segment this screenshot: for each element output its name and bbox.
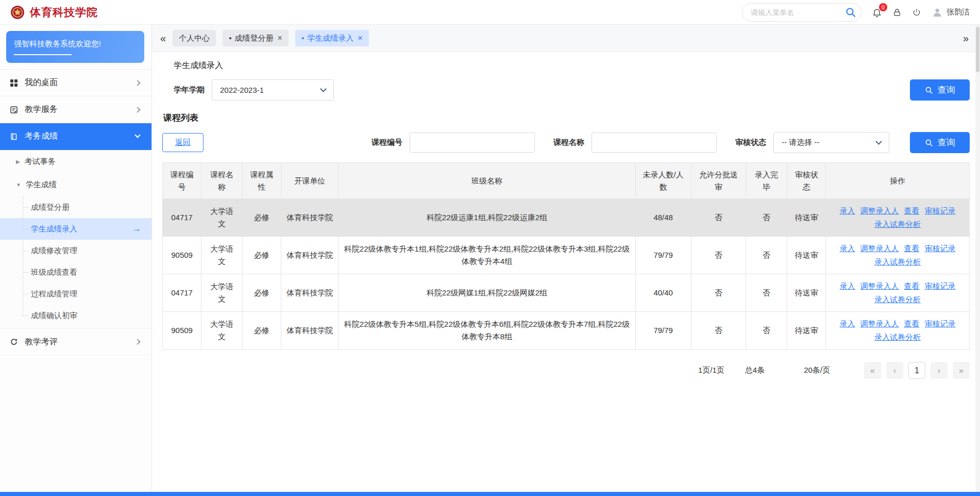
submenu-item-student-grades[interactable]: ▼ 学生成绩 xyxy=(0,173,151,196)
table-row[interactable]: 90509 大学语文 必修 体育科技学院 科院22级体教专升本5组,科院22级体… xyxy=(163,312,970,350)
tab-label: 个人中心 xyxy=(179,34,210,43)
sidebar-item-teaching-service[interactable]: 教学服务 xyxy=(0,96,151,123)
sidebar: 强智科技教务系统欢迎您! 我的桌面 教学服务 xyxy=(0,25,152,492)
course-id-input[interactable] xyxy=(410,133,535,153)
cell-attribute: 必修 xyxy=(243,237,281,274)
triangle-right-icon: ▶ xyxy=(16,159,20,164)
op-entry-link[interactable]: 录入 xyxy=(840,206,855,215)
op-audit-record-link[interactable]: 审核记录 xyxy=(925,282,956,290)
submenu-item-exam-affairs[interactable]: ▶ 考试事务 xyxy=(0,150,151,173)
query-button-secondary[interactable]: 查询 xyxy=(910,132,970,153)
cell-attribute: 必修 xyxy=(243,199,281,237)
course-table: 课程编号 课程名称 课程属性 开课单位 班级名称 未录人数/人数 允许分批送审 … xyxy=(162,162,970,350)
tabs-collapse-icon[interactable]: « xyxy=(160,32,166,44)
next-page-button[interactable]: › xyxy=(931,362,948,379)
current-page-button[interactable]: 1 xyxy=(908,362,925,379)
op-adjust-recorder-link[interactable]: 调整录入人 xyxy=(860,319,899,328)
cell-classes: 科院22级体教专升本5组,科院22级体教专升本6组,科院22级体教专升本7组,科… xyxy=(339,312,635,350)
header-actions: 0 张韵洁 xyxy=(742,3,970,22)
op-adjust-recorder-link[interactable]: 调整录入人 xyxy=(860,206,899,215)
term-select[interactable]: 2022-2023-1 xyxy=(212,79,334,101)
course-filter-toolbar: 返回 课程编号 课程名称 审核状态 -- 请选择 -- xyxy=(162,132,970,153)
op-exam-analysis-link[interactable]: 录入试卷分析 xyxy=(874,295,921,304)
subsub-item-label: 成绩确认初审 xyxy=(31,311,77,321)
subsub-item-label: 过程成绩管理 xyxy=(31,289,77,299)
op-view-link[interactable]: 查看 xyxy=(904,206,920,215)
cell-classes: 科院22级网媒1组,科院22级网媒2组 xyxy=(339,274,635,312)
search-icon[interactable] xyxy=(846,7,856,18)
op-view-link[interactable]: 查看 xyxy=(904,244,920,253)
op-adjust-recorder-link[interactable]: 调整录入人 xyxy=(860,244,899,253)
prev-page-button[interactable]: ‹ xyxy=(886,362,903,379)
total-count: 总4条 xyxy=(745,366,765,375)
chevron-right-icon xyxy=(134,339,140,345)
first-page-button[interactable]: « xyxy=(864,362,881,379)
power-icon[interactable] xyxy=(912,8,921,17)
tab-close-icon[interactable]: × xyxy=(358,34,362,43)
sidebar-menu: 我的桌面 教学服务 考务成绩 xyxy=(0,69,151,355)
notification-badge: 0 xyxy=(879,3,887,11)
op-view-link[interactable]: 查看 xyxy=(904,319,920,328)
sidebar-item-teaching-evaluation[interactable]: 教学考评 xyxy=(0,328,151,355)
op-view-link[interactable]: 查看 xyxy=(904,282,920,290)
submenu-item-label: 学生成绩 xyxy=(26,180,57,190)
back-button[interactable]: 返回 xyxy=(162,133,204,152)
sidebar-item-my-desktop[interactable]: 我的桌面 xyxy=(0,70,151,96)
tab-personal-center[interactable]: 个人中心 xyxy=(173,30,216,46)
lock-icon[interactable] xyxy=(892,8,902,17)
search-icon xyxy=(925,86,933,94)
sidebar-item-student-grade-entry[interactable]: 学生成绩录入 → xyxy=(0,218,151,240)
op-audit-record-link[interactable]: 审核记录 xyxy=(925,319,956,328)
tab-student-grade-entry[interactable]: ● 学生成绩录入 × xyxy=(295,30,369,46)
op-exam-analysis-link[interactable]: 录入试卷分析 xyxy=(874,333,921,341)
course-name-input[interactable] xyxy=(592,133,717,153)
sidebar-item-grade-confirm[interactable]: 成绩确认初审 xyxy=(0,305,151,326)
student-grades-children: 成绩登分册 学生成绩录入 → 成绩修改管理 xyxy=(0,196,151,328)
main-layout: 强智科技教务系统欢迎您! 我的桌面 教学服务 xyxy=(0,25,980,492)
course-id-label: 课程编号 xyxy=(371,138,402,147)
sidebar-item-grade-register-book[interactable]: 成绩登分册 xyxy=(0,196,151,218)
sidebar-item-grade-modify[interactable]: 成绩修改管理 xyxy=(0,240,151,261)
page-content: 学生成绩录入 学年学期 2022-2023-1 查询 课程列表 xyxy=(152,52,980,492)
table-row[interactable]: 90509 大学语文 必修 体育科技学院 科院22级体教专升本1组,科院22级体… xyxy=(163,237,970,274)
menu-search-input[interactable] xyxy=(742,3,861,22)
header-operations: 操作 xyxy=(826,163,970,199)
tab-close-icon[interactable]: × xyxy=(278,34,282,43)
tab-grade-register-book[interactable]: ● 成绩登分册 × xyxy=(223,30,289,46)
tab-dot-icon: ● xyxy=(229,36,231,41)
cell-attribute: 必修 xyxy=(243,274,281,312)
op-audit-record-link[interactable]: 审核记录 xyxy=(925,206,956,215)
cell-department: 体育科技学院 xyxy=(281,237,339,274)
term-filter-row: 学年学期 2022-2023-1 查询 xyxy=(174,79,970,101)
cell-course-name: 大学语文 xyxy=(201,237,243,274)
page-size-selector[interactable]: 20条/页 xyxy=(804,366,830,375)
table-header-row: 课程编号 课程名称 课程属性 开课单位 班级名称 未录人数/人数 允许分批送审 … xyxy=(163,163,970,199)
sidebar-item-class-grade-view[interactable]: 班级成绩查看 xyxy=(0,261,151,283)
sidebar-item-exam-results[interactable]: 考务成绩 xyxy=(0,123,151,150)
scrollbar-thumb[interactable] xyxy=(976,27,979,72)
notification-bell-icon[interactable]: 0 xyxy=(872,7,882,18)
user-menu[interactable]: 张韵洁 xyxy=(932,7,970,18)
last-page-button[interactable]: » xyxy=(953,362,970,379)
header-batch-audit: 允许分批送审 xyxy=(691,163,746,199)
op-entry-link[interactable]: 录入 xyxy=(840,282,855,290)
tabs-expand-icon[interactable]: » xyxy=(963,32,969,44)
query-button[interactable]: 查询 xyxy=(910,79,970,101)
op-exam-analysis-link[interactable]: 录入试卷分析 xyxy=(874,220,921,228)
op-audit-record-link[interactable]: 审核记录 xyxy=(925,244,956,253)
op-entry-link[interactable]: 录入 xyxy=(840,244,855,253)
tree-dash xyxy=(23,294,29,294)
op-entry-link[interactable]: 录入 xyxy=(840,319,855,328)
pagination: 1页/1页 总4条 20条/页 « ‹ 1 › » xyxy=(162,362,970,379)
table-row[interactable]: 04717 大学语文 必修 体育科技学院 科院22级网媒1组,科院22级网媒2组… xyxy=(163,274,970,312)
scrollbar-track[interactable] xyxy=(975,25,980,492)
cell-unrecorded: 40/40 xyxy=(635,274,691,312)
cell-operations: 录入调整录入人查看审核记录录入试卷分析 xyxy=(826,274,970,312)
audit-status-select[interactable]: -- 请选择 -- xyxy=(773,132,889,153)
op-exam-analysis-link[interactable]: 录入试卷分析 xyxy=(874,257,921,266)
table-row[interactable]: 04717 大学语文 必修 体育科技学院 科院22级运康1组,科院22级运康2组… xyxy=(163,199,970,237)
op-adjust-recorder-link[interactable]: 调整录入人 xyxy=(860,282,899,290)
brand: 体育科技学院 xyxy=(10,5,98,20)
chevron-down-icon xyxy=(134,133,140,138)
sidebar-item-process-grade[interactable]: 过程成绩管理 xyxy=(0,283,151,305)
